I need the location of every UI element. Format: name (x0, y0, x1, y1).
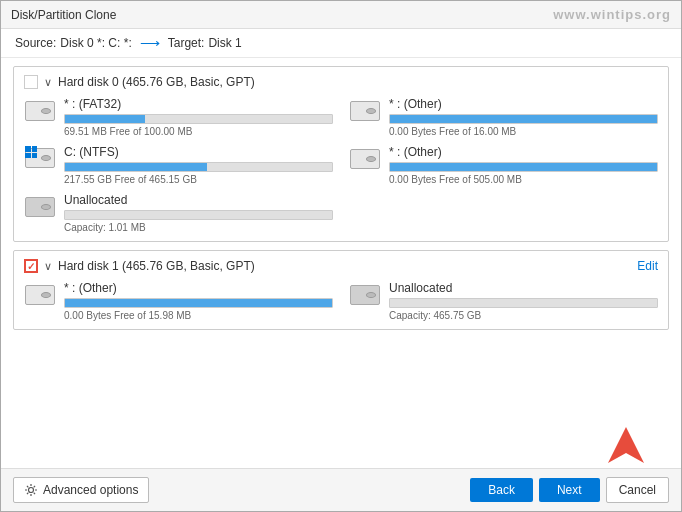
unallocated-icon (24, 193, 56, 221)
partition-info: Unallocated Capacity: 465.75 GB (389, 281, 658, 321)
partition-item: Unallocated Capacity: 1.01 MB (24, 193, 333, 233)
hdd-icon-d1-0 (24, 281, 56, 309)
disk1-edit-link[interactable]: Edit (637, 259, 658, 273)
svg-point-0 (29, 488, 34, 493)
source-bar: Source: Disk 0 *: C: *: ⟶ Target: Disk 1 (1, 29, 681, 58)
watermark: www.wintips.org (553, 7, 671, 22)
disk-group-0: ∨ Hard disk 0 (465.76 GB, Basic, GPT) * … (13, 66, 669, 242)
partition-info: Unallocated Capacity: 1.01 MB (64, 193, 333, 233)
footer-right: Back Next Cancel (470, 477, 669, 503)
disk0-label: Hard disk 0 (465.76 GB, Basic, GPT) (58, 75, 255, 89)
progress-bar (389, 298, 658, 308)
partition-info: * : (Other) 0.00 Bytes Free of 505.00 MB (389, 145, 658, 185)
advanced-options-label: Advanced options (43, 483, 138, 497)
target-label: Target: (168, 36, 205, 50)
target-value: Disk 1 (208, 36, 241, 50)
disk0-header: ∨ Hard disk 0 (465.76 GB, Basic, GPT) (24, 75, 658, 89)
source-label: Source: (15, 36, 56, 50)
partition-item: * : (Other) 0.00 Bytes Free of 15.98 MB (24, 281, 333, 321)
partition-item: C: (NTFS) 217.55 GB Free of 465.15 GB (24, 145, 333, 185)
disk1-checkbox[interactable] (24, 259, 38, 273)
partition-size: 0.00 Bytes Free of 16.00 MB (389, 126, 658, 137)
partition-size: 0.00 Bytes Free of 15.98 MB (64, 310, 333, 321)
partition-size: Capacity: 465.75 GB (389, 310, 658, 321)
partition-item: Unallocated Capacity: 465.75 GB (349, 281, 658, 321)
hdd-icon-1 (349, 97, 381, 125)
partition-name: * : (Other) (389, 145, 658, 159)
partition-item: * : (Other) 0.00 Bytes Free of 16.00 MB (349, 97, 658, 137)
title-bar: Disk/Partition Clone www.wintips.org (1, 1, 681, 29)
progress-fill (65, 115, 145, 123)
arrow-icon: ⟶ (140, 35, 160, 51)
partition-size: 69.51 MB Free of 100.00 MB (64, 126, 333, 137)
partition-size: 217.55 GB Free of 465.15 GB (64, 174, 333, 185)
partition-item: * : (FAT32) 69.51 MB Free of 100.00 MB (24, 97, 333, 137)
partition-size: 0.00 Bytes Free of 505.00 MB (389, 174, 658, 185)
disk0-partitions: * : (FAT32) 69.51 MB Free of 100.00 MB *… (24, 97, 658, 233)
advanced-options-button[interactable]: Advanced options (13, 477, 149, 503)
unallocated-icon-d1 (349, 281, 381, 309)
progress-bar (64, 162, 333, 172)
disk-group-1: ∨ Hard disk 1 (465.76 GB, Basic, GPT) Ed… (13, 250, 669, 330)
footer-left: Advanced options (13, 477, 149, 503)
main-window: Disk/Partition Clone www.wintips.org Sou… (0, 0, 682, 512)
disk0-checkbox[interactable] (24, 75, 38, 89)
progress-fill (390, 115, 657, 123)
gear-icon (24, 483, 38, 497)
progress-bar (64, 210, 333, 220)
progress-bar (64, 114, 333, 124)
progress-fill (65, 299, 332, 307)
partition-name: Unallocated (389, 281, 658, 295)
progress-bar (64, 298, 333, 308)
progress-bar (389, 114, 658, 124)
disk1-chevron[interactable]: ∨ (44, 260, 52, 273)
partition-name: Unallocated (64, 193, 333, 207)
footer: Advanced options Back Next Cancel (1, 468, 681, 511)
main-content: ∨ Hard disk 0 (465.76 GB, Basic, GPT) * … (1, 58, 681, 468)
partition-name: * : (Other) (389, 97, 658, 111)
hdd-icon-0 (24, 97, 56, 125)
partition-info: C: (NTFS) 217.55 GB Free of 465.15 GB (64, 145, 333, 185)
progress-fill (390, 163, 657, 171)
cancel-button[interactable]: Cancel (606, 477, 669, 503)
partition-info: * : (FAT32) 69.51 MB Free of 100.00 MB (64, 97, 333, 137)
disk1-header: ∨ Hard disk 1 (465.76 GB, Basic, GPT) Ed… (24, 259, 658, 273)
source-value: Disk 0 *: C: *: (60, 36, 131, 50)
disk0-chevron[interactable]: ∨ (44, 76, 52, 89)
partition-name: * : (FAT32) (64, 97, 333, 111)
win-icon (24, 145, 56, 173)
window-title: Disk/Partition Clone (11, 8, 116, 22)
partition-info: * : (Other) 0.00 Bytes Free of 16.00 MB (389, 97, 658, 137)
hdd-icon-3 (349, 145, 381, 173)
partition-item: * : (Other) 0.00 Bytes Free of 505.00 MB (349, 145, 658, 185)
progress-bar (389, 162, 658, 172)
partition-size: Capacity: 1.01 MB (64, 222, 333, 233)
progress-fill (65, 163, 207, 171)
back-button[interactable]: Back (470, 478, 533, 502)
partition-name: * : (Other) (64, 281, 333, 295)
disk1-label: Hard disk 1 (465.76 GB, Basic, GPT) (58, 259, 255, 273)
next-button[interactable]: Next (539, 478, 600, 502)
disk1-partitions: * : (Other) 0.00 Bytes Free of 15.98 MB … (24, 281, 658, 321)
partition-info: * : (Other) 0.00 Bytes Free of 15.98 MB (64, 281, 333, 321)
partition-name: C: (NTFS) (64, 145, 333, 159)
